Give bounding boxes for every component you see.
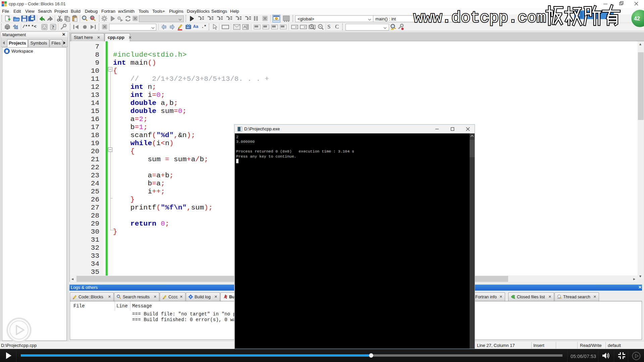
svg-text:R: R	[91, 16, 94, 20]
svg-text:?: ?	[52, 25, 54, 30]
svg-text:ab: ab	[186, 26, 190, 29]
